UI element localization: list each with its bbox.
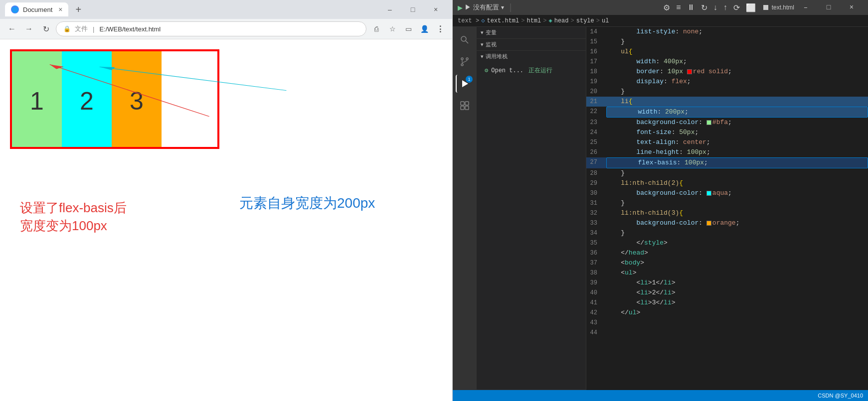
watch-header[interactable]: ▾ 监视	[477, 39, 586, 50]
activity-search[interactable]	[456, 31, 474, 49]
callstack-label: 调用堆栈	[486, 53, 508, 60]
win-maximize-btn[interactable]: □	[401, 2, 424, 16]
code-line[interactable]: 24 font-size: 50px;	[586, 128, 868, 137]
code-line[interactable]: 19 display: flex;	[586, 77, 868, 87]
browser-tab[interactable]: 🌐 Document ×	[5, 2, 68, 16]
code-line[interactable]: 17 width: 400px;	[586, 57, 868, 67]
token: }	[605, 169, 625, 177]
code-line[interactable]: 31 }	[586, 198, 868, 208]
reload-button[interactable]: ↻	[39, 22, 53, 36]
code-line[interactable]: 22 width: 200px;	[586, 107, 868, 118]
callstack-header[interactable]: ▾ 调用堆栈	[477, 51, 586, 62]
callstack-section: ▾ 调用堆栈 ⚙ Open t... 正在运行	[477, 51, 586, 390]
token: {	[629, 48, 633, 55]
code-line[interactable]: 15 }	[586, 37, 868, 47]
code-line[interactable]: 36 </head>	[586, 248, 868, 258]
token: :	[675, 28, 683, 35]
token: }	[605, 229, 625, 237]
breadcrumb-filename[interactable]: text.html	[487, 17, 519, 24]
forward-button[interactable]: →	[22, 22, 36, 36]
code-line[interactable]: 20 }	[586, 87, 868, 97]
activity-source-control[interactable]	[456, 53, 474, 71]
code-line[interactable]: 18 border: 10px red solid;	[586, 67, 868, 77]
c-red-swatch-indicator	[687, 69, 692, 74]
step-up-btn[interactable]: ↑	[721, 2, 729, 13]
token: 50px	[679, 129, 694, 136]
back-button[interactable]: ←	[5, 22, 19, 36]
vscode-minimize-btn[interactable]: –	[794, 0, 817, 15]
token: {	[679, 179, 683, 187]
settings-icon-btn[interactable]: ⚙	[661, 2, 672, 13]
code-line[interactable]: 14 list-style: none;	[586, 27, 868, 37]
breadcrumb-sep3: >	[571, 17, 574, 24]
code-line[interactable]: 41 <li>3</li>	[586, 298, 868, 308]
pause-icon-btn[interactable]: ⏸	[685, 2, 697, 13]
callstack-item[interactable]: ⚙ Open t... 正在运行	[477, 64, 586, 77]
code-line[interactable]: 37 <body>	[586, 258, 868, 268]
step-down-btn[interactable]: ↓	[711, 2, 719, 13]
vscode-panel: ▶ ▶ 没有配置 ▾ | ⚙ ≡ ⏸ ↻ ↓ ↑ ⟳ ⬜ ⏹ text.html…	[453, 0, 868, 401]
line-content: line-height: 100px;	[605, 147, 868, 157]
code-line[interactable]: 30 background-color: aqua;	[586, 188, 868, 198]
code-line[interactable]: 32 li:nth-child(3){	[586, 208, 868, 218]
code-line[interactable]: 39 <li>1</li>	[586, 278, 868, 288]
menu-button[interactable]: ⋮	[433, 22, 447, 36]
variables-header[interactable]: ▾ 变量	[477, 27, 586, 38]
breadcrumb-head[interactable]: head	[554, 17, 569, 24]
flex-item-2: 2	[62, 51, 112, 147]
token: :	[675, 138, 683, 146]
lines-icon-btn[interactable]: ≡	[674, 2, 683, 13]
callstack-content: ⚙ Open t... 正在运行	[477, 62, 586, 79]
code-line[interactable]: 40 <li>2</li>	[586, 288, 868, 298]
token	[605, 28, 636, 35]
step-over-btn[interactable]: ↻	[699, 2, 709, 13]
browser-panel: 🌐 Document × + – □ × ← → ↻ 🔒 文件 | E:/WEB…	[0, 0, 453, 401]
annotation-text-2: 元素自身宽度为200px	[239, 194, 375, 213]
share-button[interactable]: ⎙	[369, 22, 383, 36]
code-line[interactable]: 42 </ul>	[586, 308, 868, 318]
run-button[interactable]: ▶ ▶ 没有配置 ▾	[458, 3, 504, 12]
breadcrumb-ul[interactable]: ul	[602, 17, 609, 24]
code-line[interactable]: 35 </style>	[586, 238, 868, 248]
code-line[interactable]: 33 background-color: orange;	[586, 218, 868, 228]
svg-rect-12	[461, 106, 464, 110]
win-minimize-btn[interactable]: –	[378, 2, 401, 16]
token	[607, 159, 638, 166]
code-line[interactable]: 44	[586, 328, 868, 338]
code-line[interactable]: 38 <ul>	[586, 268, 868, 278]
code-line[interactable]: 23 background-color: #bfa;	[586, 118, 868, 128]
stop-btn[interactable]: ⏹	[760, 2, 772, 13]
code-line[interactable]: 27 flex-basis: 100px;	[586, 157, 868, 168]
token: :	[656, 58, 664, 65]
vscode-title: text.html	[772, 4, 794, 11]
code-lines[interactable]: 14 list-style: none;15 }16 ul{17 width: …	[586, 27, 868, 390]
breadcrumb-style[interactable]: style	[576, 17, 594, 24]
account-button[interactable]: 👤	[417, 22, 431, 36]
code-line[interactable]: 25 text-align: center;	[586, 137, 868, 147]
address-bar[interactable]: 🔒 文件 | E:/WEB/text/text.html	[56, 21, 366, 36]
restart-btn[interactable]: ⟳	[731, 2, 742, 13]
code-line[interactable]: 26 line-height: 100px;	[586, 147, 868, 157]
code-line[interactable]: 43	[586, 318, 868, 328]
code-line[interactable]: 34 }	[586, 228, 868, 238]
code-line[interactable]: 16 ul{	[586, 47, 868, 57]
token: li	[664, 279, 672, 286]
code-line[interactable]: 28 }	[586, 168, 868, 178]
bookmark-button[interactable]: ☆	[385, 22, 399, 36]
reader-button[interactable]: ▭	[401, 22, 415, 36]
chevron-down-icon-3: ▾	[481, 53, 484, 60]
win-close-btn[interactable]: ×	[424, 2, 447, 16]
variables-section: ▾ 变量	[477, 27, 586, 39]
activity-extensions[interactable]	[456, 97, 474, 115]
activity-debug[interactable]: 1	[456, 75, 474, 93]
new-tab-button[interactable]: +	[72, 4, 84, 14]
breadcrumb-html[interactable]: html	[526, 17, 541, 24]
vscode-maximize-btn[interactable]: □	[817, 0, 840, 15]
code-line[interactable]: 29 li:nth-child(2){	[586, 178, 868, 188]
vscode-close-btn[interactable]: ×	[840, 0, 863, 15]
tab-close-btn[interactable]: ×	[58, 5, 62, 13]
square-btn[interactable]: ⬜	[744, 2, 758, 13]
line-number: 42	[586, 308, 605, 318]
token	[605, 189, 636, 197]
code-line[interactable]: 21 li{	[586, 97, 868, 107]
